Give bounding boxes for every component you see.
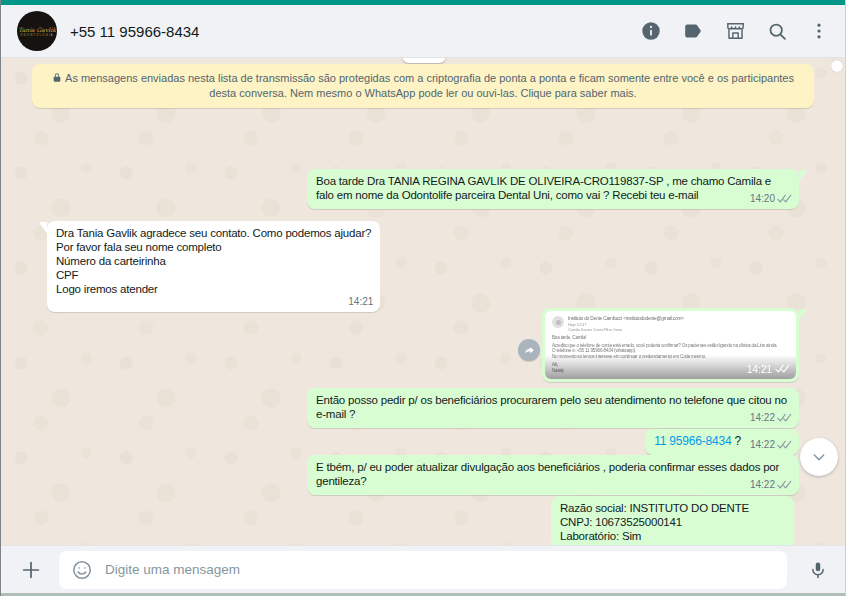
menu-icon[interactable] (807, 19, 831, 43)
message-line: Dra Tania Gavlik agradece seu contato. C… (56, 226, 371, 240)
message-time: 14:20 (750, 192, 775, 206)
email-sender-avatar (552, 316, 564, 328)
bubble-tail (39, 221, 47, 234)
message-outgoing-image[interactable]: Instituto do Dente Camilucci <institutod… (542, 308, 799, 382)
message-meta: 14:20 (750, 192, 792, 206)
message-line: Logo iremos atender (56, 282, 371, 296)
message-outgoing[interactable]: 11 95966-8434 ? 14:22 (645, 429, 799, 455)
date-pill (402, 58, 446, 63)
email-to: Camila Souza Costa Filho; Irene (568, 327, 684, 332)
chat-title[interactable]: +55 11 95966-8434 (70, 23, 639, 40)
lock-icon (52, 72, 62, 83)
avatar-logo-subtext: ODONTOLOGIA (20, 33, 53, 37)
bubble-tail (799, 308, 807, 321)
message-text: E tbém, p/ eu poder atualizar divulgação… (316, 461, 779, 487)
scrollbar-thumb[interactable] (831, 60, 843, 72)
message-time: 14:22 (750, 438, 775, 452)
info-icon[interactable] (639, 19, 663, 43)
message-meta: 14:21 (348, 295, 373, 309)
double-check-icon (777, 413, 792, 423)
message-time: 14:21 (348, 295, 373, 309)
message-input-container (59, 551, 787, 589)
search-icon[interactable] (765, 19, 789, 43)
double-check-icon (777, 440, 792, 450)
header-actions (639, 19, 831, 43)
chat-message-area: As mensagens enviadas nesta lista de tra… (1, 58, 845, 545)
forward-icon (523, 344, 536, 357)
message-line: CNPJ: 10673525000141 (560, 515, 785, 529)
message-meta: 14:22 (750, 478, 792, 492)
message-outgoing[interactable]: Então posso pedir p/ os beneficiários pr… (307, 388, 799, 428)
forward-button[interactable] (518, 339, 540, 361)
chat-header: Tania Gavlik ODONTOLOGIA +55 11 95966-84… (1, 5, 845, 58)
message-composer (1, 545, 845, 593)
bubble-tail (799, 169, 807, 182)
plus-icon (20, 559, 42, 581)
double-check-icon (777, 480, 792, 490)
message-line: Número da carteirinha (56, 254, 371, 268)
message-meta: 14:22 (750, 411, 792, 425)
message-line: Laboratório: Sim (560, 529, 785, 543)
microphone-icon[interactable] (803, 555, 833, 585)
email-from: Instituto do Dente Camilucci <institutod… (568, 316, 684, 322)
encryption-banner[interactable]: As mensagens enviadas nesta lista de tra… (32, 64, 814, 108)
message-incoming[interactable]: Dra Tania Gavlik agradece seu contato. C… (47, 221, 380, 312)
message-time: 14:22 (750, 411, 775, 425)
double-check-icon (777, 194, 792, 204)
message-outgoing[interactable]: Boa tarde Dra TANIA REGINA GAVLIK DE OLI… (307, 169, 799, 209)
email-header: Instituto do Dente Camilucci <institutod… (552, 316, 789, 332)
message-time: 14:21 (747, 362, 772, 376)
message-text: Boa tarde Dra TANIA REGINA GAVLIK DE OLI… (316, 175, 771, 201)
scroll-to-bottom-button[interactable] (800, 438, 838, 476)
attach-button[interactable] (17, 556, 45, 584)
message-meta: 14:22 (750, 438, 792, 452)
message-line: CPF (56, 268, 371, 282)
avatar-logo-text: Tania Gavlik (18, 26, 56, 33)
email-screenshot-image[interactable]: Instituto do Dente Camilucci <institutod… (545, 311, 796, 379)
message-outgoing[interactable]: E tbém, p/ eu poder atualizar divulgação… (307, 455, 799, 495)
double-check-icon (775, 364, 790, 374)
chevron-down-icon (811, 449, 827, 465)
contact-avatar[interactable]: Tania Gavlik ODONTOLOGIA (17, 11, 57, 51)
message-meta: 14:21 (747, 362, 790, 376)
label-icon[interactable] (681, 19, 705, 43)
encryption-banner-text: As mensagens enviadas nesta lista de tra… (65, 72, 794, 99)
storefront-icon[interactable] (723, 19, 747, 43)
message-line: Por favor fala seu nome completo (56, 240, 371, 254)
emoji-icon[interactable] (71, 559, 93, 581)
message-text: Então posso pedir p/ os beneficiários pr… (316, 394, 787, 420)
message-line: Razão social: INSTITUTO DO DENTE (560, 501, 785, 515)
whatsapp-window: Tania Gavlik ODONTOLOGIA +55 11 95966-84… (0, 0, 846, 596)
phone-number-link[interactable]: 11 95966-8434 (654, 434, 731, 448)
message-outgoing[interactable]: Razão social: INSTITUTO DO DENTE CNPJ: 1… (551, 496, 794, 545)
message-input[interactable] (103, 561, 775, 578)
message-text: ? (731, 434, 741, 448)
message-time: 14:22 (750, 478, 775, 492)
